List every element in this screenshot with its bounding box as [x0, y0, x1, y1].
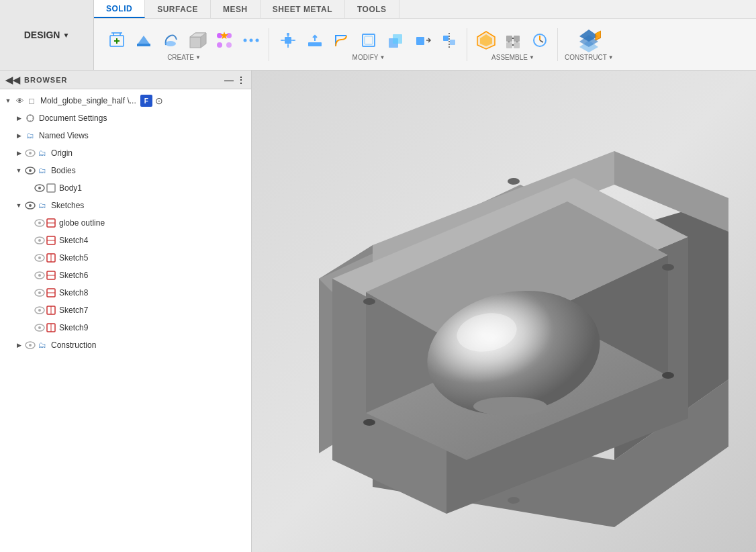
svg-rect-35 — [506, 36, 512, 42]
revolve-icon[interactable] — [158, 28, 183, 52]
tab-sheet-metal[interactable]: SHEET METAL — [261, 0, 345, 18]
root-label: Mold_globe_single_half \... — [40, 96, 136, 105]
svg-rect-30 — [443, 36, 448, 41]
sketch9-icon — [46, 322, 56, 333]
svg-point-18 — [250, 38, 253, 42]
root-expand[interactable]: ▼ — [3, 95, 13, 106]
sketch6-visibility[interactable] — [34, 269, 46, 281]
extrude-icon[interactable] — [132, 28, 156, 52]
svg-point-13 — [226, 33, 232, 38]
svg-rect-28 — [416, 37, 424, 45]
rigid-group-icon[interactable] — [501, 28, 525, 52]
sketch9-visibility[interactable] — [34, 322, 46, 334]
tree-sketch4[interactable]: Sketch4 — [0, 232, 251, 249]
fillet-icon[interactable] — [330, 28, 354, 52]
browser-collapse-icon[interactable]: ◀◀ — [5, 75, 20, 85]
tree-globe-outline[interactable]: globe outline — [0, 214, 251, 232]
construct-plane-icon[interactable] — [577, 28, 601, 52]
motion-study-icon[interactable] — [528, 28, 552, 52]
press-pull-icon[interactable] — [303, 28, 327, 52]
tree-origin[interactable]: ▶ 🗂 Origin — [0, 144, 251, 162]
sketch5-icon — [46, 252, 56, 263]
named-views-expand[interactable]: ▶ — [13, 130, 24, 141]
tree-bodies[interactable]: ▼ 🗂 Bodies — [0, 162, 251, 179]
sketch8-visibility[interactable] — [34, 287, 46, 299]
toolbar: DESIGN ▼ SOLID SURFACE MESH SHEET METAL … — [0, 0, 756, 71]
svg-rect-36 — [514, 36, 520, 42]
more-create-icon[interactable] — [239, 28, 263, 52]
svg-point-93 — [29, 344, 32, 347]
svg-point-69 — [38, 239, 41, 242]
svg-rect-31 — [450, 40, 455, 45]
sketch5-visibility[interactable] — [34, 252, 46, 264]
design-dropdown-arrow: ▼ — [62, 32, 69, 39]
sketches-expand[interactable]: ▼ — [13, 200, 24, 211]
move-body-icon[interactable] — [410, 28, 434, 52]
tab-mesh[interactable]: MESH — [211, 0, 261, 18]
svg-point-58 — [29, 169, 32, 172]
tab-tools[interactable]: TOOLS — [345, 0, 399, 18]
svg-marker-6 — [137, 36, 150, 45]
main-area: ◀◀ BROWSER — ⋮ ▼ 👁 ◻ Mold_globe_single_h… — [0, 71, 756, 552]
doc-settings-expand[interactable]: ▶ — [13, 113, 24, 124]
sketch9-label: Sketch9 — [59, 323, 88, 332]
tab-solid[interactable]: SOLID — [94, 0, 145, 18]
tree-construction[interactable]: ▶ 🗂 Construction — [0, 336, 251, 354]
create-label[interactable]: CREATE ▼ — [167, 54, 201, 61]
new-component-icon[interactable] — [105, 28, 129, 52]
svg-point-17 — [244, 38, 247, 42]
svg-rect-25 — [365, 36, 373, 44]
origin-expand[interactable]: ▶ — [13, 148, 24, 158]
box-icon[interactable] — [185, 28, 209, 52]
tree-body1[interactable]: Body1 — [0, 179, 251, 197]
svg-rect-38 — [514, 42, 520, 48]
modify-label[interactable]: MODIFY ▼ — [352, 54, 385, 61]
align-icon[interactable] — [437, 28, 461, 52]
tree-sketch8[interactable]: Sketch8 — [0, 284, 251, 302]
design-button[interactable]: DESIGN ▼ — [0, 0, 94, 70]
tree-sketch6[interactable]: Sketch6 — [0, 267, 251, 284]
tab-surface[interactable]: SURFACE — [145, 0, 211, 18]
root-visibility[interactable]: 👁 — [13, 95, 26, 107]
bodies-label: Bodies — [51, 166, 76, 175]
svg-point-12 — [217, 33, 222, 38]
construction-expand[interactable]: ▶ — [13, 340, 24, 351]
tree-root[interactable]: ▼ 👁 ◻ Mold_globe_single_half \... F ⊙ — [0, 92, 251, 109]
svg-point-77 — [38, 274, 41, 277]
globe-outline-icon — [46, 218, 56, 228]
joint-icon[interactable] — [474, 28, 498, 52]
svg-point-81 — [38, 291, 41, 294]
body1-visibility[interactable] — [34, 182, 46, 194]
origin-visibility[interactable] — [24, 147, 36, 159]
sketch4-visibility[interactable] — [34, 234, 46, 246]
construct-icons — [577, 28, 601, 52]
sketch7-visibility[interactable] — [34, 304, 46, 316]
assemble-icons — [474, 28, 552, 52]
construction-visibility[interactable] — [24, 339, 36, 351]
tree-doc-settings[interactable]: ▶ Document Settings — [0, 109, 251, 127]
combine-icon[interactable] — [383, 28, 408, 52]
record-icon[interactable]: ⊙ — [155, 95, 163, 106]
pattern-icon[interactable] — [212, 28, 236, 52]
svg-point-56 — [29, 152, 32, 154]
tree-sketches[interactable]: ▼ 🗂 Sketches — [0, 197, 251, 214]
tree-sketch9[interactable]: Sketch9 — [0, 319, 251, 336]
assemble-label[interactable]: ASSEMBLE ▼ — [491, 54, 534, 61]
tree-sketch5[interactable]: Sketch5 — [0, 249, 251, 267]
svg-point-14 — [217, 42, 222, 48]
svg-point-60 — [38, 187, 41, 189]
browser-label: BROWSER — [24, 76, 67, 84]
3d-viewport[interactable] — [252, 71, 756, 552]
shell-icon[interactable] — [357, 28, 381, 52]
sketches-visibility[interactable] — [24, 199, 36, 212]
browser-drag-icon[interactable]: ⋮ — [236, 75, 246, 85]
doc-badge: F — [140, 95, 152, 107]
browser-minus-icon[interactable]: — — [224, 75, 234, 85]
construct-label[interactable]: CONSTRUCT ▼ — [565, 54, 614, 61]
tree-named-views[interactable]: ▶ 🗂 Named Views — [0, 127, 251, 144]
tree-sketch7[interactable]: Sketch7 — [0, 302, 251, 319]
globe-outline-visibility[interactable] — [34, 217, 46, 229]
bodies-visibility[interactable] — [24, 165, 36, 177]
bodies-expand[interactable]: ▼ — [13, 165, 24, 176]
move-icon[interactable] — [276, 28, 300, 52]
